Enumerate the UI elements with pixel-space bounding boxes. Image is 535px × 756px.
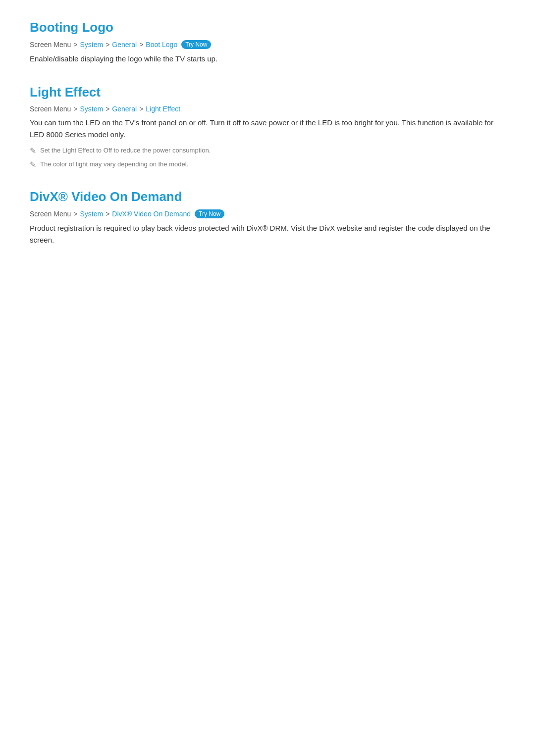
light-effect-breadcrumb: Screen Menu > System > General > Light E…	[30, 105, 505, 113]
breadcrumb-screen-menu-3: Screen Menu	[30, 210, 71, 218]
breadcrumb-general-2[interactable]: General	[112, 105, 137, 113]
divx-vod-breadcrumb: Screen Menu > System > DivX® Video On De…	[30, 209, 505, 218]
separator-3: >	[139, 41, 143, 49]
separator-6: >	[139, 105, 143, 113]
page-content: Booting Logo Screen Menu > System > Gene…	[30, 20, 505, 246]
separator-8: >	[106, 210, 109, 218]
booting-logo-title: Booting Logo	[30, 20, 505, 35]
section-booting-logo: Booting Logo Screen Menu > System > Gene…	[30, 20, 505, 65]
breadcrumb-system-1[interactable]: System	[80, 41, 103, 49]
try-now-badge-1[interactable]: Try Now	[181, 40, 211, 49]
breadcrumb-screen-menu-2: Screen Menu	[30, 105, 71, 113]
breadcrumb-divx-vod[interactable]: DivX® Video On Demand	[112, 210, 191, 218]
note-item-1: ✎ Set the Light Effect to Off to reduce …	[30, 146, 505, 155]
breadcrumb-light-effect[interactable]: Light Effect	[146, 105, 180, 113]
note-text-2: The color of light may vary depending on…	[40, 159, 188, 169]
breadcrumb-system-2[interactable]: System	[80, 105, 103, 113]
booting-logo-description: Enable/disable displaying the logo while…	[30, 53, 505, 65]
breadcrumb-general-1[interactable]: General	[112, 41, 137, 49]
pencil-icon-2: ✎	[30, 160, 36, 169]
separator-7: >	[73, 210, 77, 218]
breadcrumb-system-3[interactable]: System	[80, 210, 103, 218]
pencil-icon-1: ✎	[30, 146, 36, 155]
light-effect-title: Light Effect	[30, 85, 505, 100]
separator-4: >	[73, 105, 77, 113]
divx-vod-title: DivX® Video On Demand	[30, 189, 505, 204]
breadcrumb-boot-logo[interactable]: Boot Logo	[146, 41, 177, 49]
separator-1: >	[73, 41, 77, 49]
try-now-badge-2[interactable]: Try Now	[195, 209, 224, 218]
divx-vod-description: Product registration is required to play…	[30, 222, 505, 246]
booting-logo-breadcrumb: Screen Menu > System > General > Boot Lo…	[30, 40, 505, 49]
note-text-1: Set the Light Effect to Off to reduce th…	[40, 146, 211, 155]
light-effect-description: You can turn the LED on the TV's front p…	[30, 117, 505, 141]
section-divx-vod: DivX® Video On Demand Screen Menu > Syst…	[30, 189, 505, 246]
separator-5: >	[106, 105, 109, 113]
light-effect-notes: ✎ Set the Light Effect to Off to reduce …	[30, 146, 505, 169]
separator-2: >	[106, 41, 109, 49]
breadcrumb-screen-menu: Screen Menu	[30, 41, 71, 49]
note-item-2: ✎ The color of light may vary depending …	[30, 159, 505, 169]
section-light-effect: Light Effect Screen Menu > System > Gene…	[30, 85, 505, 169]
